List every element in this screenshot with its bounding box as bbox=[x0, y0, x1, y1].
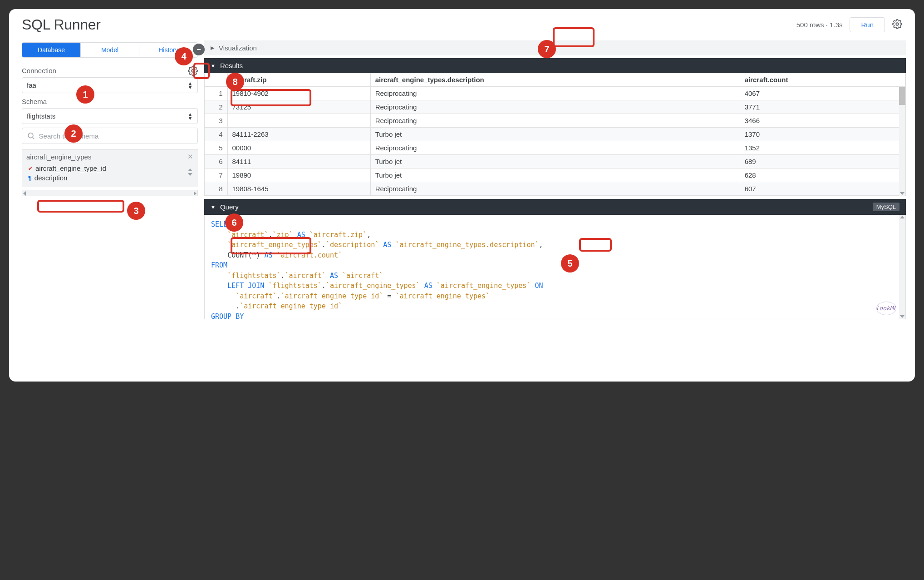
row-number-header bbox=[205, 73, 227, 87]
table-name: aircraft_engine_types bbox=[26, 153, 91, 161]
sidebar: Database Model History Connection faa ▲▼… bbox=[9, 38, 204, 382]
row-number: 5 bbox=[205, 141, 227, 155]
table-cell: 84111 bbox=[227, 155, 370, 169]
row-number: 7 bbox=[205, 169, 227, 182]
table-row[interactable]: 500000Reciprocating1352 bbox=[205, 141, 905, 155]
query-vertical-scroll[interactable] bbox=[899, 215, 905, 319]
svg-point-2 bbox=[192, 69, 194, 72]
sidebar-tabs: Database Model History bbox=[22, 42, 198, 58]
table-cell: Reciprocating bbox=[370, 114, 740, 128]
table-row[interactable]: 3Reciprocating3466 bbox=[205, 114, 905, 128]
table-cell: 607 bbox=[740, 182, 905, 196]
table-cell: 1370 bbox=[740, 128, 905, 141]
column-header[interactable]: aircraft.zip bbox=[227, 73, 370, 87]
row-number: 3 bbox=[205, 114, 227, 128]
query-stats: 500 rows · 1.3s bbox=[796, 21, 843, 29]
table-cell: Reciprocating bbox=[370, 182, 740, 196]
gear-icon bbox=[188, 66, 198, 76]
schema-select[interactable]: flightstats ▲▼ bbox=[22, 108, 198, 124]
row-number: 6 bbox=[205, 155, 227, 169]
table-cell: 19890 bbox=[227, 169, 370, 182]
table-cell: Turbo jet bbox=[370, 128, 740, 141]
connection-label: Connection bbox=[22, 67, 56, 74]
lookml-badge[interactable]: lookML bbox=[876, 302, 896, 315]
query-editor[interactable]: SELECT `aircraft`.`zip` AS `aircraft.zip… bbox=[204, 215, 906, 319]
table-cell: Turbo jet bbox=[370, 155, 740, 169]
schema-search[interactable] bbox=[22, 128, 198, 144]
table-row[interactable]: 719890Turbo jet628 bbox=[205, 169, 905, 182]
table-cell: 3771 bbox=[740, 100, 905, 114]
column-scroll[interactable] bbox=[188, 169, 192, 176]
row-number: 8 bbox=[205, 182, 227, 196]
table-cell: Reciprocating bbox=[370, 100, 740, 114]
tab-history[interactable]: History bbox=[139, 43, 197, 57]
table-cell: Turbo jet bbox=[370, 169, 740, 182]
column-header[interactable]: aircraft_engine_types.description bbox=[370, 73, 740, 87]
sidebar-horizontal-scroll[interactable] bbox=[22, 190, 198, 196]
column-name: aircraft_engine_type_id bbox=[35, 164, 106, 172]
results-section-header[interactable]: ▼ Results bbox=[204, 58, 906, 73]
close-table-button[interactable]: ✕ bbox=[187, 153, 193, 161]
connection-value: faa bbox=[27, 81, 36, 89]
chevron-down-icon: ▼ bbox=[211, 63, 216, 69]
updown-icon: ▲▼ bbox=[187, 113, 193, 120]
column-list: ✔ aircraft_engine_type_id ¶ description bbox=[26, 164, 193, 183]
visualization-section-header[interactable]: ▶ Visualization bbox=[204, 40, 906, 55]
table-row[interactable]: 819808-1645Reciprocating607 bbox=[205, 182, 905, 196]
table-row[interactable]: 684111Turbo jet689 bbox=[205, 155, 905, 169]
table-cell: 00000 bbox=[227, 141, 370, 155]
table-cell: 1352 bbox=[740, 141, 905, 155]
column-name: description bbox=[34, 174, 68, 182]
connection-settings-button[interactable] bbox=[188, 66, 198, 77]
table-cell bbox=[227, 114, 370, 128]
column-item[interactable]: ¶ description bbox=[26, 173, 193, 183]
column-header[interactable]: aircraft.count bbox=[740, 73, 905, 87]
row-number: 2 bbox=[205, 100, 227, 114]
schema-search-input[interactable] bbox=[39, 132, 193, 140]
collapse-sidebar-button[interactable] bbox=[193, 44, 205, 55]
table-cell: 73125 bbox=[227, 100, 370, 114]
chevron-down-icon: ▼ bbox=[211, 204, 216, 210]
table-block: aircraft_engine_types ✕ ✔ aircraft_engin… bbox=[22, 149, 198, 187]
query-section-header[interactable]: ▼ Query MySQL bbox=[204, 199, 906, 215]
row-number: 1 bbox=[205, 87, 227, 100]
table-cell: 84111-2263 bbox=[227, 128, 370, 141]
table-cell: 689 bbox=[740, 155, 905, 169]
minus-circle-icon bbox=[196, 46, 202, 53]
connection-select[interactable]: faa ▲▼ bbox=[22, 77, 198, 93]
table-row[interactable]: 484111-2263Turbo jet1370 bbox=[205, 128, 905, 141]
table-header-row: aircraft.zip aircraft_engine_types.descr… bbox=[205, 73, 905, 87]
settings-button[interactable] bbox=[892, 19, 902, 30]
tab-model[interactable]: Model bbox=[81, 43, 139, 57]
visualization-label: Visualization bbox=[219, 44, 257, 52]
db-engine-tag: MySQL bbox=[873, 203, 899, 211]
results-vertical-scroll[interactable] bbox=[899, 87, 905, 196]
run-button[interactable]: Run bbox=[850, 17, 885, 32]
main-panel: ▶ Visualization ▼ Results aircraft.zip a… bbox=[204, 38, 915, 382]
svg-point-3 bbox=[28, 133, 33, 138]
table-cell: 19808-1645 bbox=[227, 182, 370, 196]
app-window: SQL Runner 500 rows · 1.3s Run Database … bbox=[9, 9, 915, 382]
results-label: Results bbox=[220, 62, 243, 69]
results-table: aircraft.zip aircraft_engine_types.descr… bbox=[205, 73, 905, 196]
svg-line-4 bbox=[33, 138, 34, 139]
titlebar: SQL Runner 500 rows · 1.3s Run bbox=[9, 9, 915, 38]
schema-label: Schema bbox=[22, 98, 198, 105]
table-cell: 19810-4902 bbox=[227, 87, 370, 100]
paragraph-icon: ¶ bbox=[28, 174, 32, 182]
gear-icon bbox=[892, 19, 902, 29]
titlebar-right: 500 rows · 1.3s Run bbox=[796, 17, 902, 32]
chevron-right-icon: ▶ bbox=[211, 45, 214, 51]
table-cell: Reciprocating bbox=[370, 87, 740, 100]
table-cell: 628 bbox=[740, 169, 905, 182]
table-row[interactable]: 119810-4902Reciprocating4067 bbox=[205, 87, 905, 100]
updown-icon: ▲▼ bbox=[187, 82, 193, 89]
results-table-wrap: aircraft.zip aircraft_engine_types.descr… bbox=[204, 73, 906, 196]
page-title: SQL Runner bbox=[22, 16, 101, 33]
tab-database[interactable]: Database bbox=[22, 43, 81, 57]
table-cell: 3466 bbox=[740, 114, 905, 128]
table-cell: 4067 bbox=[740, 87, 905, 100]
table-row[interactable]: 273125Reciprocating3771 bbox=[205, 100, 905, 114]
column-item[interactable]: ✔ aircraft_engine_type_id bbox=[26, 164, 193, 173]
svg-point-0 bbox=[896, 23, 899, 25]
